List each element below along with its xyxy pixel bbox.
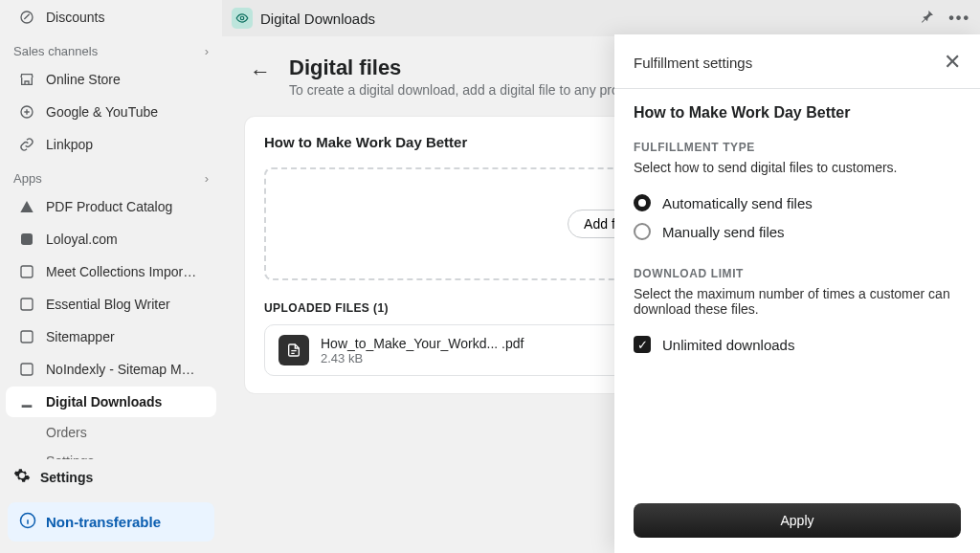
download-limit-desc: Select the maximum number of times a cus… bbox=[634, 286, 961, 317]
svg-rect-3 bbox=[21, 266, 33, 277]
sidebar-item-orders[interactable]: Orders bbox=[6, 419, 216, 446]
apply-button[interactable]: Apply bbox=[634, 503, 961, 538]
sidebar-item-google-youtube[interactable]: Google & YouTube bbox=[6, 97, 216, 127]
drawer-title: Fulfillment settings bbox=[634, 55, 752, 71]
more-icon[interactable]: ••• bbox=[948, 10, 970, 27]
info-pill-non-transferable[interactable]: Non-transferable bbox=[8, 502, 214, 542]
sidebar-item-label: Discounts bbox=[46, 10, 104, 25]
svg-rect-4 bbox=[21, 299, 33, 310]
chevron-right-icon: › bbox=[205, 44, 209, 58]
app-logo-icon bbox=[232, 8, 253, 29]
sidebar-item-label: NoIndexly - Sitemap Mana... bbox=[46, 362, 199, 377]
store-icon bbox=[17, 70, 36, 89]
sidebar-item-label: Orders bbox=[46, 425, 87, 440]
sidebar-item-app-noindexly[interactable]: NoIndexly - Sitemap Mana... bbox=[6, 354, 216, 385]
noindex-icon bbox=[17, 360, 36, 379]
section-apps[interactable]: Apps › bbox=[0, 162, 222, 189]
sidebar-item-label: Digital Downloads bbox=[46, 394, 162, 409]
info-icon bbox=[19, 512, 36, 532]
sidebar-item-app-digital-downloads[interactable]: Digital Downloads bbox=[6, 387, 216, 417]
sidebar-item-app-meet-collections[interactable]: Meet Collections Import E... bbox=[6, 256, 216, 287]
sidebar-item-app-pdf-catalog[interactable]: PDF Product Catalog bbox=[6, 191, 216, 222]
sidebar-item-label: Loloyal.com bbox=[46, 232, 118, 247]
pencil-icon bbox=[17, 295, 36, 314]
sidebar-item-linkpop[interactable]: Linkpop bbox=[6, 129, 216, 160]
sidebar-item-app-settings[interactable]: Settings bbox=[6, 448, 216, 459]
sidebar-settings[interactable]: Settings bbox=[0, 459, 222, 495]
sitemap-icon bbox=[17, 327, 36, 346]
sidebar: Discounts Sales channels › Online Store … bbox=[0, 0, 222, 553]
svg-rect-2 bbox=[21, 233, 33, 245]
checkbox-icon: ✓ bbox=[634, 336, 651, 353]
radio-icon bbox=[634, 223, 651, 240]
settings-label: Settings bbox=[40, 470, 93, 485]
sidebar-item-app-sitemapper[interactable]: Sitemapper bbox=[6, 321, 216, 352]
page-subtitle: To create a digital download, add a digi… bbox=[289, 82, 634, 98]
sidebar-item-label: Sitemapper bbox=[46, 329, 115, 344]
file-name: How_to_Make_Your_Workd... .pdf bbox=[321, 336, 523, 351]
drawer-product-title: How to Make Work Day Better bbox=[634, 104, 961, 122]
close-button[interactable]: ✕ bbox=[944, 50, 961, 75]
gear-icon bbox=[13, 467, 31, 487]
svg-rect-5 bbox=[21, 331, 33, 343]
fulfillment-type-desc: Select how to send digital files to cust… bbox=[634, 160, 961, 175]
google-icon bbox=[17, 102, 36, 122]
page-title: Digital files bbox=[289, 55, 634, 80]
sidebar-item-online-store[interactable]: Online Store bbox=[6, 64, 216, 95]
file-icon bbox=[278, 335, 309, 365]
info-pill-label: Non-transferable bbox=[46, 514, 161, 530]
radio-manual-send[interactable]: Manually send files bbox=[634, 217, 961, 246]
file-size: 2.43 kB bbox=[321, 351, 523, 365]
sidebar-item-label: PDF Product Catalog bbox=[46, 199, 172, 214]
sidebar-item-label: Online Store bbox=[46, 72, 121, 87]
radio-label: Automatically send files bbox=[662, 195, 813, 211]
sidebar-item-discounts[interactable]: Discounts bbox=[6, 2, 216, 33]
check-unlimited[interactable]: ✓ Unlimited downloads bbox=[634, 330, 961, 359]
fulfillment-drawer: Fulfillment settings ✕ How to Make Work … bbox=[614, 34, 980, 553]
section-label: Apps bbox=[13, 171, 42, 186]
radio-label: Manually send files bbox=[662, 224, 785, 240]
radio-auto-send[interactable]: Automatically send files bbox=[634, 188, 961, 217]
app-bar-title: Digital Downloads bbox=[260, 11, 375, 27]
download-limit-title: DOWNLOAD LIMIT bbox=[634, 267, 961, 280]
svg-point-8 bbox=[240, 16, 244, 20]
discount-icon bbox=[17, 8, 36, 27]
download-icon bbox=[17, 392, 36, 411]
sidebar-item-label: Linkpop bbox=[46, 137, 93, 152]
radio-icon bbox=[634, 194, 651, 211]
back-button[interactable]: ← bbox=[245, 55, 276, 86]
sidebar-item-app-loloyal[interactable]: Loloyal.com bbox=[6, 224, 216, 254]
section-label: Sales channels bbox=[13, 44, 98, 58]
svg-rect-6 bbox=[21, 364, 33, 375]
sidebar-item-label: Essential Blog Writer bbox=[46, 297, 170, 312]
sidebar-item-app-blog-writer[interactable]: Essential Blog Writer bbox=[6, 289, 216, 320]
heart-icon bbox=[17, 230, 36, 249]
sidebar-item-label: Meet Collections Import E... bbox=[46, 264, 199, 279]
pin-icon[interactable] bbox=[920, 9, 935, 28]
drawer-header: Fulfillment settings ✕ bbox=[614, 34, 980, 89]
section-sales-channels[interactable]: Sales channels › bbox=[0, 34, 222, 62]
app-bar: Digital Downloads ••• bbox=[222, 0, 980, 36]
link-icon bbox=[17, 135, 36, 154]
triangle-icon bbox=[17, 197, 36, 216]
chevron-right-icon: › bbox=[205, 171, 209, 186]
sidebar-item-label: Google & YouTube bbox=[46, 104, 158, 120]
checkbox-label: Unlimited downloads bbox=[662, 337, 794, 353]
fulfillment-type-title: FULFILLMENT TYPE bbox=[634, 141, 961, 154]
import-icon bbox=[17, 262, 36, 281]
